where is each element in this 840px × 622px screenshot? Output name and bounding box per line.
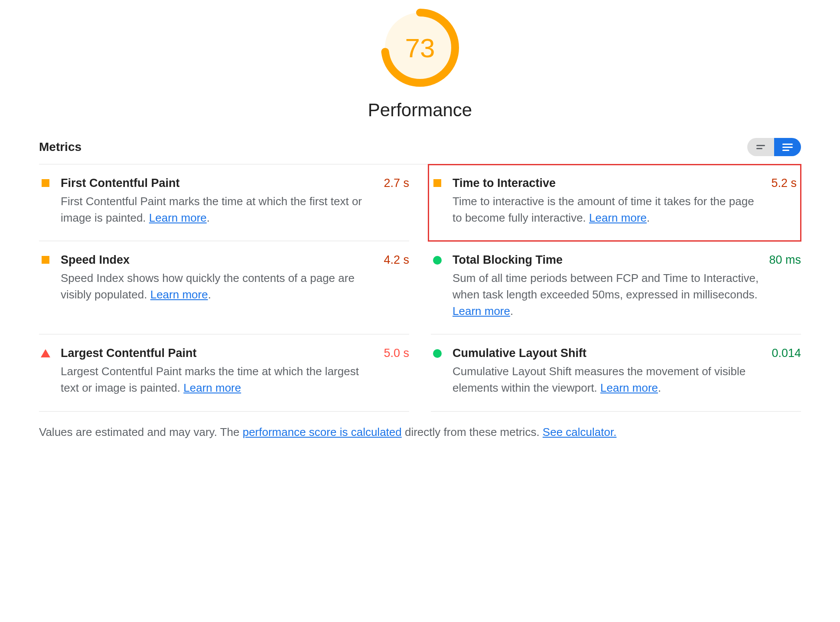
performance-gauge: 73 Performance — [39, 9, 801, 121]
see-calculator-link[interactable]: See calculator. — [543, 426, 617, 439]
status-icon — [39, 253, 52, 319]
metric-title: Total Blocking Time — [453, 253, 760, 267]
metric-value: 5.2 s — [771, 177, 797, 226]
metric-description: Cumulative Layout Shift measures the mov… — [453, 363, 763, 396]
metric-description: First Contentful Paint marks the time at… — [61, 193, 375, 226]
status-icon — [431, 253, 444, 319]
metric-si: Speed Index Speed Index shows how quickl… — [39, 241, 409, 334]
metrics-heading: Metrics — [39, 140, 81, 154]
learn-more-link[interactable]: Learn more — [589, 211, 647, 224]
circle-green-icon — [433, 349, 442, 358]
metric-tbt: Total Blocking Time Sum of all time peri… — [431, 241, 801, 334]
metric-fcp: First Contentful Paint First Contentful … — [39, 164, 409, 241]
toggle-expanded-button[interactable] — [774, 138, 801, 156]
collapsed-icon — [756, 145, 765, 149]
metric-description: Largest Contentful Paint marks the time … — [61, 363, 375, 396]
square-orange-icon — [42, 179, 49, 187]
learn-more-link[interactable]: Learn more — [150, 288, 208, 301]
metric-cls: Cumulative Layout Shift Cumulative Layou… — [431, 334, 801, 411]
metric-tti: Time to Interactive Time to interactive … — [428, 164, 801, 241]
view-toggle — [747, 138, 801, 156]
metric-value: 0.014 — [772, 347, 801, 396]
metric-description: Speed Index shows how quickly the conten… — [61, 270, 375, 303]
metric-title: Largest Contentful Paint — [61, 347, 375, 360]
metric-title: Speed Index — [61, 253, 375, 267]
gauge-ring: 73 — [381, 9, 459, 87]
triangle-red-icon — [41, 349, 50, 357]
square-orange-icon — [42, 256, 49, 264]
learn-more-link[interactable]: Learn more — [600, 381, 658, 394]
status-icon — [431, 177, 444, 226]
gauge-score: 73 — [381, 9, 459, 87]
circle-green-icon — [433, 256, 442, 265]
status-icon — [39, 177, 52, 226]
metric-description: Time to interactive is the amount of tim… — [453, 193, 762, 226]
score-calc-link[interactable]: performance score is calculated — [243, 426, 402, 439]
status-icon — [431, 347, 444, 396]
gauge-label: Performance — [368, 100, 472, 121]
metric-value: 4.2 s — [384, 253, 409, 319]
metric-value: 80 ms — [769, 253, 801, 319]
learn-more-link[interactable]: Learn more — [453, 304, 510, 318]
metric-description: Sum of all time periods between FCP and … — [453, 270, 760, 319]
toggle-collapsed-button[interactable] — [747, 138, 774, 156]
metric-title: Cumulative Layout Shift — [453, 347, 763, 360]
status-icon — [39, 347, 52, 396]
metric-title: Time to Interactive — [453, 177, 762, 190]
learn-more-link[interactable]: Learn more — [149, 211, 207, 224]
metric-lcp: Largest Contentful Paint Largest Content… — [39, 334, 409, 411]
metric-value: 5.0 s — [384, 347, 409, 396]
footnote: Values are estimated and may vary. The p… — [39, 426, 801, 439]
expanded-icon — [782, 144, 793, 151]
square-orange-icon — [433, 179, 441, 187]
metric-value: 2.7 s — [384, 177, 409, 226]
metric-title: First Contentful Paint — [61, 177, 375, 190]
learn-more-link[interactable]: Learn more — [183, 381, 241, 394]
